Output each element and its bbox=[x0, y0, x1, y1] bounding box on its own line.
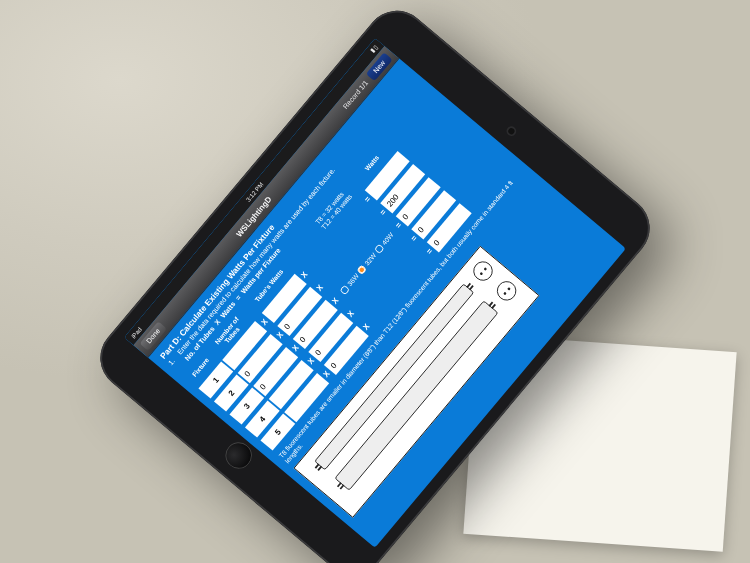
watt-radio-36w[interactable] bbox=[339, 284, 350, 295]
tube-endcap-icon bbox=[493, 277, 520, 304]
watt-radio-label: 40W bbox=[380, 231, 395, 246]
formula-eq: = bbox=[234, 293, 243, 301]
battery-icon: ▮▯ bbox=[369, 44, 379, 54]
front-camera bbox=[507, 127, 516, 136]
watt-radio-32w[interactable] bbox=[356, 263, 367, 274]
watt-radio-label: 36W bbox=[346, 272, 361, 287]
watt-radio-label: 32W bbox=[363, 251, 378, 266]
watt-radio-40w[interactable] bbox=[373, 243, 384, 254]
tube-endcap-icon bbox=[469, 257, 496, 284]
formula-x: X bbox=[213, 318, 222, 327]
